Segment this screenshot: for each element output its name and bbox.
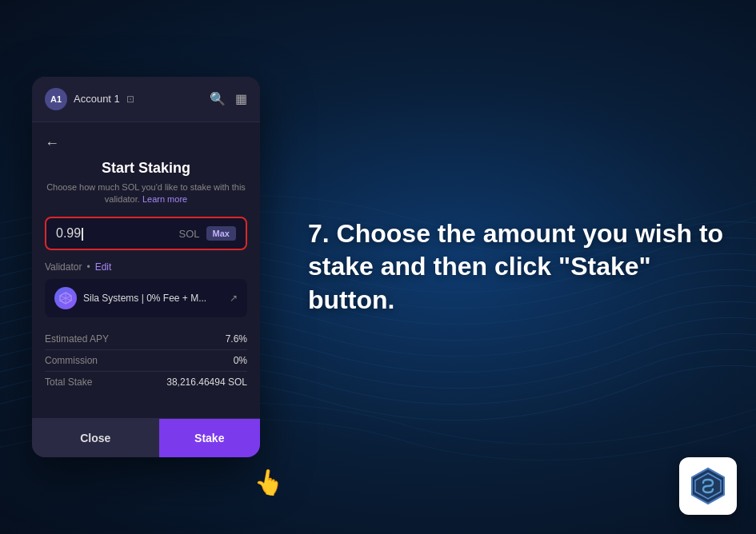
search-icon[interactable]: 🔍 [210, 91, 226, 106]
stat-row-apy: Estimated APY 7.6% [45, 329, 247, 350]
stat-label-commission: Commission [45, 355, 98, 366]
back-button[interactable]: ← [45, 135, 59, 152]
wallet-header: A1 Account 1 ⊡ 🔍 ▦ [32, 77, 260, 122]
header-actions: 🔍 ▦ [210, 91, 247, 106]
stat-value-total-stake: 38,216.46494 SOL [166, 377, 247, 388]
external-link-icon[interactable]: ↗ [230, 293, 238, 304]
validator-name: Sila Systems | 0% Fee + M... [83, 293, 206, 304]
learn-more-link[interactable]: Learn more [142, 194, 187, 204]
sol-label: SOL [179, 228, 200, 240]
validator-label: Validator [45, 261, 82, 273]
amount-input-wrapper[interactable]: 0.99 SOL Max [45, 217, 247, 250]
page-title: Start Staking [45, 160, 247, 177]
close-button[interactable]: Close [32, 419, 159, 457]
wallet-body: ← Start Staking Choose how much SOL you'… [32, 122, 260, 419]
amount-right: SOL Max [179, 226, 236, 241]
validator-card: Sila Systems | 0% Fee + M... ↗ [45, 279, 247, 317]
validator-info: Sila Systems | 0% Fee + M... [54, 287, 206, 309]
wallet-panel: A1 Account 1 ⊡ 🔍 ▦ ← Start Staking Choos… [32, 77, 260, 458]
main-content: A1 Account 1 ⊡ 🔍 ▦ ← Start Staking Choos… [0, 0, 756, 534]
stat-value-commission: 0% [234, 355, 247, 366]
instruction-text: 7. Choose the amount you wish to stake a… [308, 217, 724, 317]
stat-label-apy: Estimated APY [45, 333, 109, 345]
stake-button[interactable]: Stake [159, 419, 261, 457]
edit-validator-button[interactable]: Edit [95, 261, 112, 273]
avatar: A1 [45, 88, 67, 110]
stat-label-total-stake: Total Stake [45, 377, 92, 388]
amount-value: 0.99 [56, 226, 83, 241]
stat-row-commission: Commission 0% [45, 350, 247, 372]
copy-icon[interactable]: ⊡ [126, 94, 134, 105]
stats-table: Estimated APY 7.6% Commission 0% Total S… [45, 329, 247, 393]
validator-header: Validator • Edit [45, 261, 247, 273]
hand-cursor-icon: 👆 [252, 465, 286, 498]
validator-logo [54, 287, 77, 309]
page-description: Choose how much SOL you'd like to stake … [45, 181, 247, 206]
wallet-footer: Close Stake [32, 418, 260, 457]
instruction-panel: 7. Choose the amount you wish to stake a… [292, 217, 724, 317]
stat-value-apy: 7.6% [226, 333, 247, 345]
max-button[interactable]: Max [206, 226, 236, 241]
grid-icon[interactable]: ▦ [235, 91, 247, 106]
dot-separator: • [86, 261, 90, 273]
stat-row-total-stake: Total Stake 38,216.46494 SOL [45, 372, 247, 393]
account-name: Account 1 [74, 93, 120, 105]
account-section: A1 Account 1 ⊡ [45, 88, 134, 110]
